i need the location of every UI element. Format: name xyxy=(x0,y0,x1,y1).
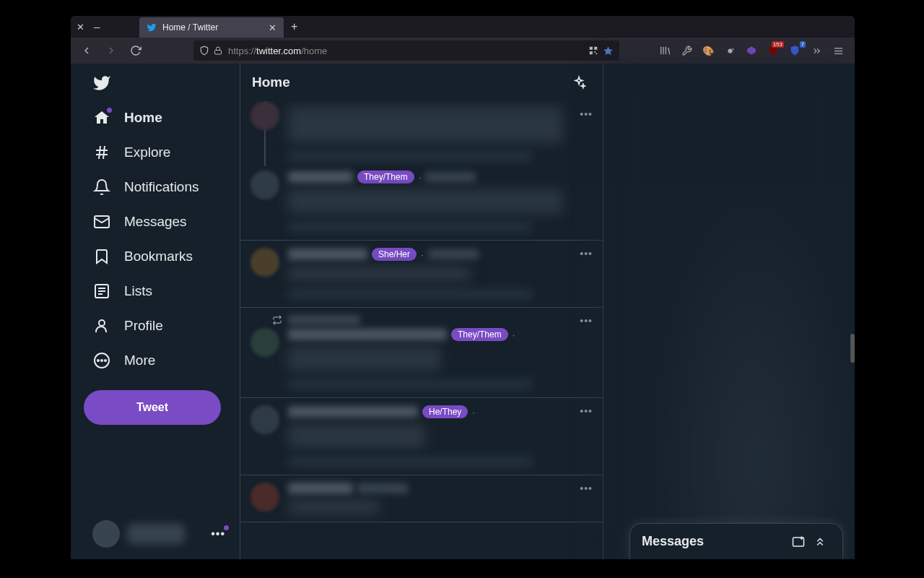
tweet-item[interactable]: He/They · ••• xyxy=(240,398,603,475)
handle-blurred xyxy=(357,483,408,493)
username-blurred xyxy=(288,249,367,260)
scrollbar-thumb[interactable] xyxy=(850,334,855,363)
sidebar-item-label: Home xyxy=(124,110,162,126)
tweet-more-button[interactable]: ••• xyxy=(580,248,593,259)
forward-button[interactable] xyxy=(101,40,121,61)
browser-tabbar: ✕ ‒ Home / Twitter ✕ + xyxy=(71,16,855,38)
tweet-item[interactable]: ••• xyxy=(240,475,603,522)
new-message-button[interactable] xyxy=(788,531,809,553)
window-close-icon[interactable]: ✕ xyxy=(77,22,84,33)
reload-button[interactable] xyxy=(126,40,146,61)
twitter-logo[interactable] xyxy=(84,66,234,100)
feed[interactable]: They/Them · ••• xyxy=(240,101,603,559)
new-tab-button[interactable]: + xyxy=(284,16,305,38)
avatar xyxy=(250,483,279,512)
chevron-double-up-icon xyxy=(814,535,827,548)
qr-icon[interactable] xyxy=(588,46,598,56)
tab-title: Home / Twitter xyxy=(162,22,263,33)
svg-rect-0 xyxy=(215,51,222,55)
sidebar-item-bookmarks[interactable]: Bookmarks xyxy=(84,240,234,273)
library-icon[interactable] xyxy=(658,44,671,57)
svg-line-20 xyxy=(103,146,105,159)
svg-rect-3 xyxy=(590,51,593,54)
page-title: Home xyxy=(252,74,290,90)
svg-point-30 xyxy=(105,360,106,361)
sidebar-item-label: Explore xyxy=(124,144,170,160)
sidebar-item-label: Bookmarks xyxy=(124,249,193,264)
messages-drawer-title: Messages xyxy=(642,534,788,549)
sidebar-item-lists[interactable]: Lists xyxy=(84,275,234,308)
tweet-item[interactable]: She/Her · ••• xyxy=(240,241,603,308)
extension-icon-3[interactable] xyxy=(745,44,758,57)
tweet-more-button[interactable]: ••• xyxy=(580,315,593,327)
tweet-more-button[interactable]: ••• xyxy=(580,483,593,494)
sidebar-item-label: Notifications xyxy=(124,179,199,195)
sidebar-item-more[interactable]: More xyxy=(84,344,234,377)
pronoun-badge: She/Her xyxy=(372,248,417,261)
pronoun-badge: They/Them xyxy=(451,328,508,341)
svg-marker-6 xyxy=(603,46,613,55)
avatar xyxy=(250,405,279,434)
hamburger-menu-icon[interactable] xyxy=(832,44,845,57)
bookmark-icon xyxy=(92,247,111,266)
avatar xyxy=(250,248,279,277)
tweet-item[interactable]: They/Them · ••• xyxy=(240,101,603,241)
sidebar-item-explore[interactable]: Explore xyxy=(84,136,234,169)
main-header: Home xyxy=(240,64,603,101)
tweet-content-blurred xyxy=(288,347,440,371)
sidebar-item-notifications[interactable]: Notifications xyxy=(84,171,234,204)
svg-line-19 xyxy=(99,146,100,159)
extension-icon-4[interactable]: 7 xyxy=(788,44,801,57)
sidebar-item-messages[interactable]: Messages xyxy=(84,205,234,238)
separator-dot: · xyxy=(472,407,475,418)
tab-close-icon[interactable]: ✕ xyxy=(269,22,276,33)
retweeted-by-blurred xyxy=(288,315,360,325)
tweet-button[interactable]: Tweet xyxy=(84,390,221,425)
svg-rect-2 xyxy=(594,47,597,50)
svg-rect-4 xyxy=(594,51,596,53)
account-switcher[interactable]: ••• xyxy=(84,514,234,553)
tweet-actions-blurred xyxy=(288,456,532,467)
overflow-chevrons-icon[interactable] xyxy=(810,44,823,57)
expand-drawer-button[interactable] xyxy=(809,531,831,553)
sidebar-item-home[interactable]: Home xyxy=(84,101,234,134)
tweet-actions-blurred xyxy=(288,150,532,162)
tweet-item[interactable]: They/Them · ••• xyxy=(240,308,603,398)
tweet-content-blurred xyxy=(288,267,471,281)
separator-dot: · xyxy=(513,329,515,340)
tweet-actions-blurred xyxy=(288,379,532,390)
url-bar[interactable]: https://twitter.com/home xyxy=(193,40,619,61)
separator-dot: · xyxy=(421,249,424,260)
person-icon xyxy=(92,316,111,335)
svg-point-28 xyxy=(97,360,99,361)
bookmark-star-icon[interactable] xyxy=(603,46,614,56)
messages-drawer[interactable]: Messages xyxy=(629,523,843,559)
pronoun-badge: They/Them xyxy=(357,171,414,184)
list-icon xyxy=(92,282,111,301)
ublock-icon[interactable]: 153 xyxy=(767,44,780,57)
hash-icon xyxy=(92,143,111,162)
extension-icon-2[interactable] xyxy=(723,44,736,57)
shield-icon xyxy=(199,46,209,56)
sidebar-item-label: Profile xyxy=(124,318,163,334)
tweet-more-button[interactable]: ••• xyxy=(580,405,593,417)
svg-rect-1 xyxy=(590,47,593,50)
retweet-icon xyxy=(272,315,282,325)
main-column: Home xyxy=(240,64,603,559)
sidebar-item-profile[interactable]: Profile xyxy=(84,309,234,342)
extension-icon-1[interactable]: 🎨 xyxy=(702,44,715,57)
browser-tab[interactable]: Home / Twitter ✕ xyxy=(139,17,284,38)
twitter-favicon-icon xyxy=(147,22,157,33)
home-icon xyxy=(92,108,111,127)
pronoun-badge: He/They xyxy=(422,405,468,418)
handle-blurred xyxy=(425,172,476,182)
tweet-content-blurred xyxy=(288,107,562,143)
svg-marker-13 xyxy=(747,46,756,55)
url-text: https://twitter.com/home xyxy=(228,46,327,56)
back-button[interactable] xyxy=(77,40,97,61)
tweet-actions-blurred xyxy=(288,221,532,233)
window-minimize-icon[interactable]: ‒ xyxy=(93,20,100,34)
wrench-icon[interactable] xyxy=(680,44,693,57)
tweet-more-button[interactable]: ••• xyxy=(580,108,593,120)
top-tweets-button[interactable] xyxy=(567,70,591,95)
